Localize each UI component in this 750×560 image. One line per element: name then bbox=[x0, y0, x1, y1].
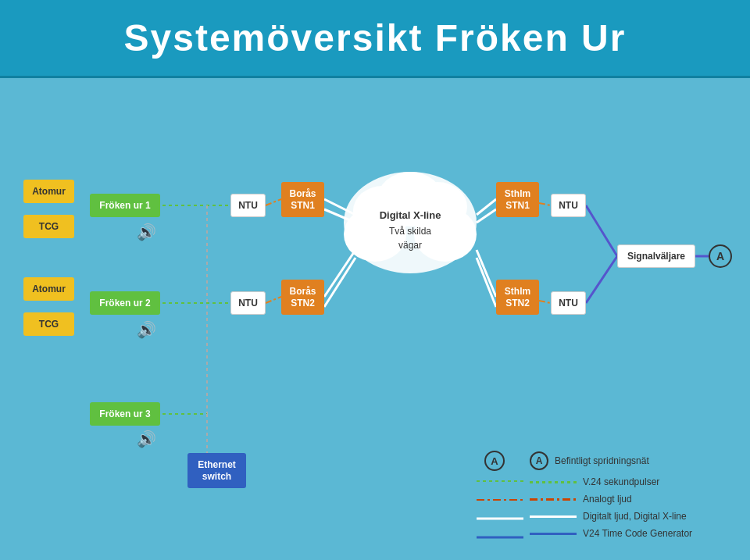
legend-item-v24: V.24 sekundpulser bbox=[530, 476, 692, 487]
ntu4-box: NTU bbox=[551, 291, 586, 315]
atomur1-box: Atomur bbox=[23, 180, 74, 203]
tcg1-box: TCG bbox=[23, 215, 74, 238]
boras-stn2-box: Borås STN2 bbox=[281, 280, 324, 315]
page-title: Systemöversikt Fröken Ur bbox=[124, 16, 627, 59]
svg-line-17 bbox=[586, 256, 617, 303]
svg-line-8 bbox=[586, 205, 617, 256]
ntu3-box: NTU bbox=[230, 291, 266, 315]
ethernet-switch-box: Ethernet switch bbox=[188, 453, 246, 488]
speaker3-icon: 🔊 bbox=[137, 430, 156, 448]
svg-line-11 bbox=[266, 297, 281, 303]
legend-label-spridning: Befintligt spridningsnät bbox=[555, 455, 649, 466]
svg-line-16 bbox=[539, 301, 551, 303]
diagram: A Atomur TCG Fröken ur 1 🔊 NTU Borås STN… bbox=[0, 78, 750, 560]
svg-text:Två skilda: Två skilda bbox=[389, 226, 431, 237]
legend-label-digitalt: Digitalt ljud, Digital X-line bbox=[583, 511, 687, 522]
legend-line-analogt bbox=[530, 498, 577, 501]
legend-item-timecode: V24 Time Code Generator bbox=[530, 528, 692, 539]
svg-point-21 bbox=[485, 451, 504, 470]
legend-line-timecode bbox=[530, 533, 577, 535]
sthlm-stn1-box: Sthlm STN1 bbox=[496, 182, 539, 217]
legend-label-analogt: Analogt ljud bbox=[583, 494, 632, 505]
signalvaljare-box: Signalväljare bbox=[617, 244, 695, 268]
ntu1-box: NTU bbox=[230, 194, 266, 217]
legend-label-v24: V.24 sekundpulser bbox=[583, 476, 659, 487]
speaker1-icon: 🔊 bbox=[137, 223, 156, 241]
legend-item-spridning: A Befintligt spridningsnät bbox=[530, 451, 692, 470]
svg-text:vägar: vägar bbox=[398, 240, 422, 251]
ntu2-box: NTU bbox=[551, 194, 586, 217]
legend-line-digitalt bbox=[530, 515, 577, 518]
froken3-box: Fröken ur 3 bbox=[90, 402, 160, 426]
legend: A Befintligt spridningsnät V.24 sekundpu… bbox=[530, 451, 692, 545]
sthlm-stn2-box: Sthlm STN2 bbox=[496, 280, 539, 315]
svg-line-7 bbox=[539, 203, 551, 205]
froken2-box: Fröken ur 2 bbox=[90, 291, 160, 315]
legend-item-analogt: Analogt ljud bbox=[530, 494, 692, 505]
legend-line-v24 bbox=[530, 481, 577, 483]
legend-item-digitalt: Digitalt ljud, Digital X-line bbox=[530, 511, 692, 522]
header: Systemöversikt Fröken Ur bbox=[0, 0, 750, 78]
speaker2-icon: 🔊 bbox=[137, 320, 156, 339]
cloud-shape: Digital X-line Två skilda vägar bbox=[336, 164, 484, 281]
froken1-box: Fröken ur 1 bbox=[90, 194, 160, 217]
atomur2-box: Atomur bbox=[23, 277, 74, 301]
tcg2-box: TCG bbox=[23, 312, 74, 336]
legend-label-timecode: V24 Time Code Generator bbox=[583, 528, 692, 539]
legend-circle-a: A bbox=[530, 451, 548, 470]
circle-a: A bbox=[709, 244, 732, 268]
svg-text:Digital X-line: Digital X-line bbox=[380, 209, 441, 221]
boras-stn1-box: Borås STN1 bbox=[281, 182, 324, 217]
svg-text:A: A bbox=[491, 455, 498, 467]
svg-line-2 bbox=[266, 199, 281, 205]
